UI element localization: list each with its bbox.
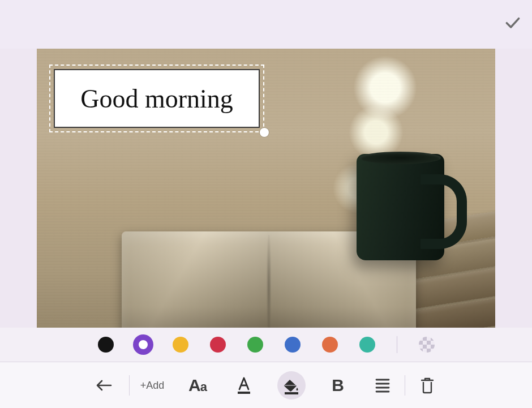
- text-content[interactable]: Good morning: [80, 84, 233, 114]
- color-swatch-amber[interactable]: [173, 337, 188, 353]
- color-swatch-teal[interactable]: [359, 337, 375, 353]
- mug-graphic: [357, 154, 444, 260]
- resize-handle[interactable]: [260, 128, 269, 137]
- canvas-area: Good morning: [0, 49, 532, 328]
- fill-color-button[interactable]: [268, 362, 315, 408]
- svg-rect-1: [285, 392, 298, 394]
- bold-icon: B: [332, 376, 344, 395]
- trash-icon: [420, 377, 435, 394]
- font-style-button[interactable]: Aa: [175, 362, 220, 408]
- color-swatch-orange[interactable]: [322, 337, 338, 353]
- color-swatch-row: [0, 328, 532, 362]
- image-canvas[interactable]: Good morning: [37, 49, 495, 328]
- color-swatch-red[interactable]: [210, 337, 226, 353]
- align-button[interactable]: [361, 362, 405, 408]
- add-text-label: +Add: [140, 380, 165, 392]
- arrow-left-icon: [94, 379, 114, 392]
- paint-bucket-icon: [282, 376, 301, 395]
- color-swatch-transparent[interactable]: [419, 337, 435, 353]
- confirm-button[interactable]: [504, 14, 522, 34]
- delete-button[interactable]: [405, 362, 449, 408]
- text-box[interactable]: Good morning: [54, 69, 260, 128]
- check-icon: [504, 14, 522, 32]
- text-color-button[interactable]: [220, 362, 268, 408]
- color-swatch-black[interactable]: [98, 337, 114, 353]
- font-style-icon: Aa: [188, 376, 207, 395]
- color-swatch-purple[interactable]: [135, 337, 151, 353]
- text-color-icon: [234, 376, 254, 395]
- align-justify-icon: [375, 378, 391, 393]
- add-text-button[interactable]: +Add: [130, 362, 175, 408]
- back-button[interactable]: [0, 362, 129, 408]
- color-swatch-green[interactable]: [247, 337, 263, 353]
- editor-header: [0, 0, 532, 49]
- swatch-divider: [397, 336, 397, 353]
- bold-button[interactable]: B: [315, 362, 361, 408]
- color-swatch-blue[interactable]: [285, 337, 301, 353]
- text-toolbar: +Add Aa B: [0, 362, 532, 408]
- text-element[interactable]: Good morning: [49, 65, 264, 132]
- svg-rect-0: [238, 392, 250, 394]
